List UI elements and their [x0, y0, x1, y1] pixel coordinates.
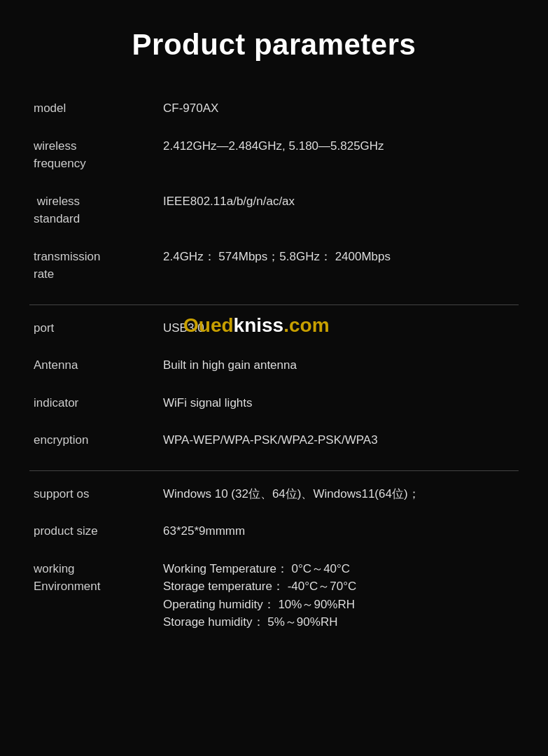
row-wireless-frequency: wirelessfrequency 2.412GHz—2.484GHz, 5.1…	[29, 127, 519, 183]
params-table: model CF-970AX wirelessfrequency 2.412GH…	[29, 90, 519, 641]
divider-1	[29, 293, 519, 305]
row-working-environment: workingEnvironment Working Temperature： …	[29, 550, 519, 641]
value-product-size: 63*25*9mmmm	[159, 512, 519, 550]
row-product-size: product size 63*25*9mmmm	[29, 512, 519, 550]
label-model: model	[29, 90, 159, 127]
divider-2	[29, 459, 519, 471]
value-transmission-rate: 2.4GHz： 574Mbps；5.8GHz： 2400Mbps	[159, 238, 519, 293]
value-encryption: WPA-WEP/WPA-PSK/WPA2-PSK/WPA3	[159, 421, 519, 459]
label-encryption: encryption	[29, 421, 159, 459]
label-transmission-rate: transmissionrate	[29, 238, 159, 293]
row-encryption: encryption WPA-WEP/WPA-PSK/WPA2-PSK/WPA3	[29, 421, 519, 459]
row-transmission-rate: transmissionrate 2.4GHz： 574Mbps；5.8GHz：…	[29, 238, 519, 293]
value-wireless-frequency: 2.412GHz—2.484GHz, 5.180—5.825GHz	[159, 127, 519, 183]
label-support-os: support os	[29, 471, 159, 513]
value-antenna: Built in high gain antenna	[159, 346, 519, 384]
row-indicator: indicator WiFi signal lights	[29, 384, 519, 422]
value-working-environment: Working Temperature： 0°C～40°C Storage te…	[159, 550, 519, 641]
label-wireless-standard: wirelessstandard	[29, 183, 159, 238]
row-wireless-standard: wirelessstandard IEEE802.11a/b/g/n/ac/ax	[29, 183, 519, 238]
label-antenna: Antenna	[29, 346, 159, 384]
value-model: CF-970AX	[159, 90, 519, 127]
row-model: model CF-970AX	[29, 90, 519, 127]
label-working-environment: workingEnvironment	[29, 550, 159, 641]
page-title: Product parameters	[29, 28, 519, 62]
row-support-os: support os Windows 10 (32位、64位)、Windows1…	[29, 471, 519, 513]
value-indicator: WiFi signal lights	[159, 384, 519, 422]
label-wireless-frequency: wirelessfrequency	[29, 127, 159, 183]
label-product-size: product size	[29, 512, 159, 550]
value-support-os: Windows 10 (32位、64位)、Windows11(64位)；	[159, 471, 519, 513]
value-wireless-standard: IEEE802.11a/b/g/n/ac/ax	[159, 183, 519, 238]
label-port: port Ouedkniss.com	[29, 305, 159, 347]
row-port: port Ouedkniss.com USB3.0	[29, 305, 519, 347]
label-indicator: indicator	[29, 384, 159, 422]
row-antenna: Antenna Built in high gain antenna	[29, 346, 519, 384]
value-port: USB3.0	[159, 305, 519, 347]
